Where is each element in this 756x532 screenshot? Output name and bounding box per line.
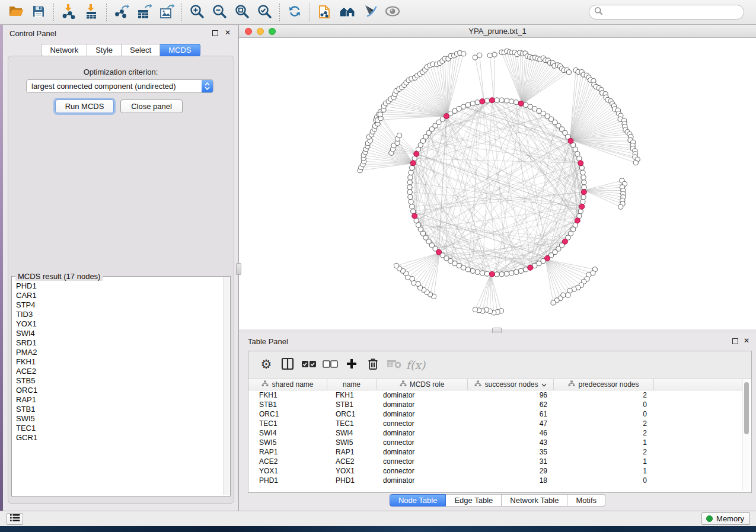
mcds-result-item[interactable]: PHD1 (16, 281, 223, 291)
graph-node[interactable] (477, 53, 482, 57)
graph-hub-node[interactable] (528, 265, 533, 270)
graph-node[interactable] (487, 53, 492, 58)
graph-node[interactable] (577, 156, 582, 161)
graph-node[interactable] (524, 102, 528, 107)
zoom-selected-button[interactable] (253, 2, 276, 23)
graph-node[interactable] (582, 180, 586, 185)
mcds-list-scrollbar[interactable] (223, 277, 229, 495)
table-row[interactable]: STB1STB1dominator620 (248, 400, 744, 409)
network-canvas[interactable] (239, 38, 756, 329)
column-header-shared-name[interactable]: shared name (248, 379, 327, 390)
graph-node[interactable] (410, 204, 414, 209)
first-neighbors-button[interactable] (336, 2, 359, 23)
table-row[interactable]: ORC1ORC1dominator610 (248, 409, 744, 419)
close-panel-button[interactable]: Close panel (120, 100, 183, 113)
graph-node[interactable] (484, 271, 489, 276)
search-input[interactable] (603, 7, 744, 18)
graph-hub-node[interactable] (518, 101, 524, 106)
table-settings-button[interactable]: ⚙ (256, 355, 277, 375)
graph-node[interactable] (397, 133, 402, 138)
mcds-result-item[interactable]: SRD1 (16, 338, 223, 348)
mcds-result-item[interactable]: SWI4 (16, 329, 223, 338)
table-row[interactable]: ACE2ACE2connector311 (248, 457, 744, 466)
mcds-result-item[interactable]: STP4 (16, 300, 223, 310)
style-vizmapper-button[interactable] (359, 2, 381, 23)
graph-hub-node[interactable] (412, 213, 417, 219)
graph-node[interactable] (514, 100, 519, 105)
column-header-name[interactable]: name (327, 379, 377, 390)
mcds-result-item[interactable]: RAP1 (16, 395, 223, 405)
graph-hub-node[interactable] (480, 99, 485, 104)
graph-node[interactable] (408, 175, 413, 180)
graph-node[interactable] (461, 52, 466, 56)
graph-node[interactable] (509, 99, 514, 104)
graph-node[interactable] (408, 194, 413, 199)
graph-node[interactable] (495, 272, 499, 277)
graph-node[interactable] (579, 165, 584, 170)
unselect-all-button[interactable] (320, 355, 341, 375)
table-row[interactable]: SWI4SWI4dominator462 (248, 428, 744, 438)
graph-node[interactable] (416, 281, 420, 286)
table-scrollbar[interactable] (742, 379, 749, 491)
graph-node[interactable] (581, 194, 586, 199)
zoom-out-button[interactable] (208, 2, 231, 23)
graph-node[interactable] (473, 307, 478, 312)
float-window-icon[interactable] (212, 30, 218, 36)
export-network-button[interactable] (110, 2, 133, 23)
mcds-result-item[interactable]: ORC1 (16, 386, 223, 395)
graph-node[interactable] (499, 272, 504, 277)
tab-node-table[interactable]: Node Table (390, 494, 446, 507)
memory-button[interactable]: Memory (701, 512, 750, 525)
graph-node[interactable] (633, 161, 638, 165)
graph-node[interactable] (461, 104, 466, 109)
graph-node[interactable] (416, 223, 421, 227)
graph-hub-node[interactable] (562, 239, 567, 244)
tab-select[interactable]: Select (122, 44, 160, 56)
run-mcds-button[interactable]: Run MCDS (55, 100, 114, 113)
graph-node[interactable] (504, 271, 509, 276)
graph-node[interactable] (457, 107, 461, 111)
tab-network[interactable]: Network (41, 44, 87, 56)
graph-hub-node[interactable] (581, 190, 586, 195)
graph-hub-node[interactable] (410, 161, 416, 166)
column-header-successor-nodes[interactable]: successor nodes (468, 379, 554, 390)
zoom-fit-button[interactable] (231, 2, 253, 23)
show-columns-button[interactable] (277, 355, 298, 375)
network-window-titlebar[interactable]: YPA_prune.txt_1 (239, 25, 756, 38)
graph-node[interactable] (411, 209, 416, 214)
mcds-result-item[interactable]: CAR1 (16, 291, 223, 300)
table-row[interactable]: TEC1TEC1connector472 (248, 419, 744, 428)
graph-hub-node[interactable] (489, 271, 495, 277)
table-row[interactable]: FKH1FKH1dominator962 (248, 390, 744, 400)
graph-node[interactable] (470, 101, 475, 106)
column-header-predecessor-nodes[interactable]: predecessor nodes (554, 379, 654, 390)
graph-node[interactable] (475, 270, 480, 274)
graph-node[interactable] (528, 104, 532, 109)
search-box[interactable] (589, 5, 744, 20)
graph-node[interactable] (509, 271, 514, 275)
table-scrollbar-thumb[interactable] (744, 382, 749, 434)
graph-node[interactable] (519, 268, 524, 273)
graph-node[interactable] (461, 265, 466, 270)
graph-node[interactable] (580, 170, 585, 175)
table-row[interactable]: PHD1PHD1dominator180 (248, 476, 744, 485)
export-image-button[interactable] (155, 2, 178, 23)
graph-node[interactable] (484, 98, 489, 103)
graph-node[interactable] (567, 288, 572, 293)
graph-node[interactable] (495, 98, 499, 102)
mcds-result-item[interactable]: FKH1 (16, 357, 223, 367)
refresh-button[interactable] (283, 2, 306, 23)
mcds-result-item[interactable]: GCR1 (16, 433, 223, 443)
close-panel-icon[interactable]: ✕ (225, 28, 231, 37)
mcds-result-item[interactable]: ACE2 (16, 367, 223, 376)
table-row[interactable]: YOX1YOX1connector291 (248, 466, 744, 476)
graph-node[interactable] (465, 102, 470, 107)
graph-node[interactable] (575, 152, 580, 156)
mcds-result-item[interactable]: PMA2 (16, 348, 223, 357)
tab-mcds[interactable]: MCDS (160, 44, 200, 56)
mcds-result-item[interactable]: STB1 (16, 405, 223, 414)
graph-node[interactable] (566, 293, 570, 297)
select-all-button[interactable] (298, 355, 320, 375)
show-log-button[interactable] (7, 513, 23, 525)
import-table-button[interactable] (80, 2, 103, 23)
